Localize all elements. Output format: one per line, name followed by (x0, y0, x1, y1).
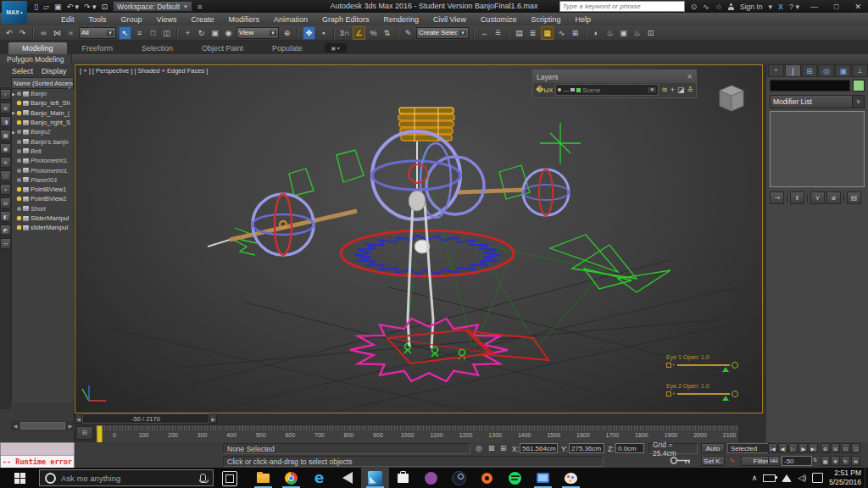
menu-civil-view[interactable]: Civil View (433, 15, 466, 24)
redo-icon[interactable]: ↷ (17, 27, 28, 39)
menu-views[interactable]: Views (157, 15, 177, 24)
show-desktop-button[interactable] (865, 468, 868, 488)
redo-icon[interactable]: ↷ ▾ (84, 3, 97, 11)
explorer-row-banjo-left-sh[interactable]: Banjo_left_Sh (12, 98, 74, 108)
panel-tab-create-icon[interactable]: * (768, 64, 784, 77)
selection-lock-icon[interactable]: ⊠ (488, 444, 495, 452)
menu-scripting[interactable]: Scripting (531, 15, 560, 24)
play-icon[interactable]: ▷ (788, 443, 798, 453)
align-icon[interactable]: ≞ (492, 27, 504, 39)
visibility-bulb-icon[interactable] (17, 216, 21, 220)
sign-in-button[interactable]: Sign In (740, 3, 762, 11)
polygon-modeling-panel[interactable]: Polygon Modeling (0, 54, 72, 64)
explorer-overflow-icon[interactable]: » (68, 85, 71, 91)
explorer-tool-1-icon[interactable]: ⌕ (0, 89, 11, 100)
spinner-snap-toggle-icon[interactable]: ⇅ (381, 27, 392, 39)
start-button[interactable] (0, 468, 39, 488)
panel-tab-hierarchy-icon[interactable]: ⊞ (802, 64, 818, 77)
add-to-layer-icon[interactable]: + (670, 86, 675, 94)
toggle-ribbon-icon[interactable]: ▦ (541, 26, 554, 40)
explorer-tool-7-icon[interactable]: □ (0, 170, 11, 181)
speaker-icon[interactable]: ◁) (798, 474, 806, 482)
snaps-toggle-3d-icon[interactable]: 3∩ (339, 27, 350, 39)
next-frame-icon[interactable]: |▶ (798, 443, 808, 453)
close-button[interactable]: ✕ (849, 3, 866, 11)
time-ruler-strip[interactable]: 0100200300400500600700800900100011001200… (95, 424, 739, 443)
perspective-viewport[interactable]: [ + ] [ Perspective ] [ Shaded + Edged F… (75, 64, 763, 413)
menu-rendering[interactable]: Rendering (384, 15, 420, 24)
auto-key-button[interactable]: Auto (701, 443, 725, 453)
time-slider-handle[interactable] (97, 425, 103, 444)
project-folder-icon[interactable]: ⊡ (102, 3, 108, 11)
make-unique-icon[interactable]: ⋎ (810, 191, 825, 204)
frame-back-icon[interactable]: ◀ (75, 413, 82, 424)
explorer-row-banjo-right-s[interactable]: Banjo_right_S (12, 118, 74, 127)
keyword-search-input[interactable] (559, 1, 685, 12)
current-frame-field[interactable]: -50 (782, 456, 812, 466)
undo-icon[interactable]: ↶ (3, 27, 14, 39)
menu-help[interactable]: Help (575, 15, 591, 24)
explorer-tool-8-icon[interactable]: ▪ (0, 184, 11, 195)
explorer-row-photometricl[interactable]: PhotometricL (12, 156, 74, 165)
explorer-tool-12-icon[interactable]: ▭ (0, 238, 11, 249)
explorer-tool-4-icon[interactable]: ▦ (0, 130, 11, 141)
rendered-frame-window-icon[interactable]: ▣ (618, 27, 629, 39)
layers-titlebar[interactable]: Layers ✕ (533, 70, 696, 83)
help-icon[interactable]: ? ▾ (789, 3, 799, 11)
x-coordinate-field[interactable]: 561.564cm (520, 443, 558, 453)
explorer-row-pointbview2[interactable]: PointBView2 (12, 194, 74, 203)
explorer-row-banjo2[interactable]: ▶Banjo2 (12, 127, 74, 136)
ribbon-minimize-icon[interactable]: ▣ ▾ (325, 43, 347, 53)
frame-spinner[interactable]: ⇅ (813, 457, 817, 463)
previous-frame-icon[interactable]: ◀| (778, 443, 787, 453)
explorer-row-photometricl[interactable]: PhotometricL (12, 165, 74, 175)
viewport-label[interactable]: [ + ] [ Perspective ] [ Shaded + Edged F… (80, 67, 208, 75)
select-and-place-icon[interactable]: ◉ (223, 27, 234, 39)
material-editor-icon[interactable]: ◐ (591, 27, 602, 39)
ribbon-tab-object-paint[interactable]: Object Paint (188, 42, 257, 54)
create-new-layer-icon[interactable]: ≋ (661, 86, 668, 94)
explorer-hscrollbar[interactable]: ◀ ▶ (11, 421, 75, 430)
taskbar-app-file-explorer[interactable] (249, 468, 277, 488)
orbit-icon[interactable]: ↻ (841, 456, 850, 466)
edit-named-selection-sets-icon[interactable]: ✎ (403, 27, 414, 39)
explorer-tool-2-icon[interactable]: ⊞ (0, 103, 11, 114)
modifier-stack-list[interactable] (770, 111, 865, 187)
eye1-slider-track[interactable]: + (666, 362, 743, 369)
explorer-tool-3-icon[interactable]: ◨ (0, 116, 11, 127)
clock[interactable]: 2:51 PM 5/25/2016 (829, 469, 865, 487)
frame-forward-icon[interactable]: ▶ (209, 413, 217, 424)
go-to-end-icon[interactable]: ▶| (809, 443, 818, 453)
select-and-scale-icon[interactable]: ▣ (209, 27, 220, 39)
render-setup-icon[interactable]: ♨ (604, 27, 615, 39)
toggle-scene-explorer-icon[interactable]: ▤ (514, 27, 525, 39)
visibility-bulb-icon[interactable] (17, 178, 21, 182)
taskbar-app-windows-store[interactable] (389, 468, 417, 488)
show-end-result-icon[interactable]: ‖ (790, 191, 804, 204)
select-and-link-icon[interactable]: ∞ (38, 27, 49, 39)
taskbar-app-mail-app[interactable] (529, 468, 557, 488)
visibility-bulb-icon[interactable] (17, 207, 21, 211)
unlink-selection-icon[interactable]: ⋈ (52, 27, 63, 39)
visibility-bulb-icon[interactable] (17, 130, 21, 134)
reference-coordinate-system-dropdown[interactable]: View▼ (236, 27, 279, 39)
visibility-bulb-icon[interactable] (17, 169, 21, 173)
select-and-move-icon[interactable]: + (182, 27, 193, 39)
isolate-selection-icon[interactable]: ◎ (476, 444, 482, 452)
autodesk-exchange-icon[interactable]: X (778, 3, 783, 11)
explorer-row-slidermanipul[interactable]: sliderManipul (12, 223, 74, 232)
remove-modifier-icon[interactable]: ⌀ (826, 191, 841, 204)
visibility-bulb-icon[interactable] (17, 140, 21, 144)
window-crossing-icon[interactable]: ◫ (161, 27, 172, 39)
percent-snap-toggle-icon[interactable]: % (368, 27, 379, 39)
keyboard-shortcut-override-icon[interactable]: ▪ (318, 27, 329, 39)
search-icon[interactable]: ⊙ (691, 3, 698, 11)
visibility-bulb-icon[interactable] (17, 149, 21, 153)
field-of-view-icon[interactable]: ◲ (851, 443, 860, 453)
panel-tab-motion-icon[interactable]: ◎ (818, 64, 834, 77)
visibility-bulb-icon[interactable] (17, 197, 21, 201)
explorer-column-header[interactable]: Name (Sorted Ascendi (11, 77, 74, 89)
configure-modifier-sets-icon[interactable]: ▤ (847, 191, 861, 204)
tab-select[interactable]: Select (12, 67, 33, 75)
toggle-layer-explorer-icon[interactable]: ≣ (527, 27, 538, 39)
